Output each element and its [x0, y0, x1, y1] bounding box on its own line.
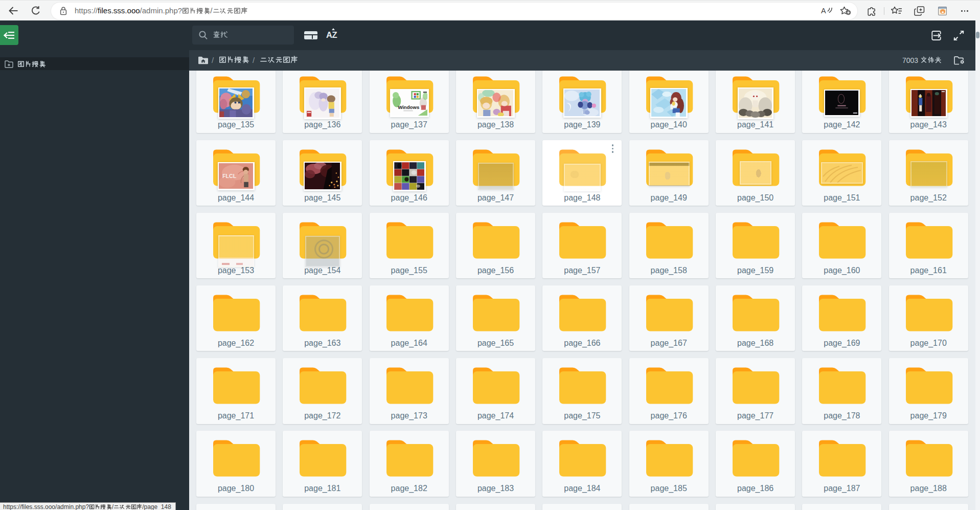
svg-text:FLCL: FLCL: [222, 172, 237, 179]
svg-text:Windows: Windows: [398, 104, 419, 110]
